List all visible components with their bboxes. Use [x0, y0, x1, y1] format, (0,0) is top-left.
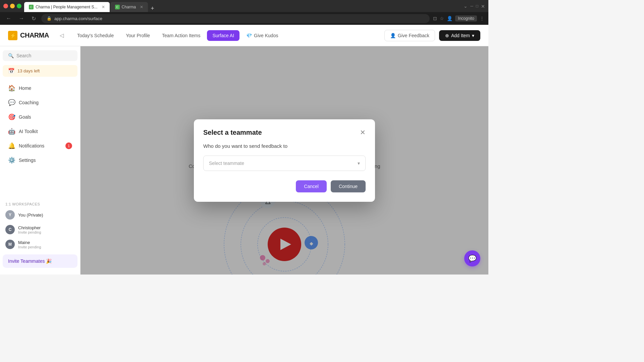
workspace-christopher[interactable]: C Christopher Invite pending [0, 222, 80, 237]
tab-label-2: Charma [122, 5, 136, 9]
tab-label: Charma | People Management S... [36, 5, 98, 9]
workspaces-section-title: 1:1 Workspaces [0, 198, 80, 207]
settings-label: Settings [19, 158, 36, 163]
main-content: 🔍 Search 📅 13 days left 🏠 Home 💬 Coachin… [0, 46, 488, 275]
ai-toolkit-icon: 🤖 [8, 128, 15, 135]
sidebar-item-coaching[interactable]: 💬 Coaching [3, 96, 77, 110]
christopher-status: Invite pending [18, 230, 41, 234]
modal-header: Select a teammate ✕ [203, 129, 366, 136]
settings-icon: ⚙️ [8, 157, 15, 164]
goals-icon: 🎯 [8, 113, 15, 121]
select-placeholder: Select teammate [209, 161, 244, 166]
cancel-btn[interactable]: Cancel [296, 180, 327, 192]
christopher-name: Christopher [18, 225, 41, 230]
feedback-icon: 👤 [390, 33, 396, 38]
add-item-label: Add Item [451, 33, 470, 38]
minimize-window-btn[interactable] [10, 4, 15, 8]
nav-your-profile[interactable]: Your Profile [120, 30, 155, 41]
notifications-icon: 🔔 [8, 142, 15, 149]
maximize-window-btn[interactable] [17, 4, 21, 8]
url-input[interactable]: 🔒 app.charma.com/surface [41, 14, 430, 23]
tab-close-btn-2[interactable]: ✕ [140, 5, 143, 9]
tab-close-btn[interactable]: ✕ [102, 5, 105, 9]
modal-overlay: Select a teammate ✕ Who do you want to s… [80, 46, 488, 275]
cast-icon: ⊡ [433, 16, 437, 21]
active-tab[interactable]: C Charma | People Management S... ✕ [24, 2, 110, 12]
chat-icon: 💬 [468, 254, 477, 262]
select-teammate-modal: Select a teammate ✕ Who do you want to s… [194, 119, 375, 202]
nav-surface-ai[interactable]: Surface AI [207, 30, 239, 41]
tab-list: C Charma | People Management S... ✕ C Ch… [24, 0, 156, 12]
sidebar: 🔍 Search 📅 13 days left 🏠 Home 💬 Coachin… [0, 46, 80, 275]
refresh-btn[interactable]: ↻ [30, 15, 38, 22]
sidebar-item-ai-toolkit[interactable]: 🤖 AI Toolkit [3, 124, 77, 138]
tab-favicon-2: C [115, 5, 120, 9]
coaching-icon: 💬 [8, 99, 15, 106]
modal-close-btn[interactable]: ✕ [360, 129, 366, 136]
you-name: You (Private) [18, 213, 43, 218]
window-controls [3, 4, 21, 8]
close-btn[interactable]: ✕ [481, 4, 485, 8]
tab-expand-icon: ⌄ [464, 3, 468, 9]
maine-status: Invite pending [18, 245, 41, 249]
sidebar-item-goals[interactable]: 🎯 Goals [3, 110, 77, 124]
sidebar-item-notifications[interactable]: 🔔 Notifications 1 [3, 139, 77, 153]
workspace-you[interactable]: Y You (Private) [0, 207, 80, 222]
nav-links: Today's Schedule Your Profile Team Actio… [72, 30, 384, 41]
close-window-btn[interactable] [3, 4, 8, 8]
sidebar-nav: 🏠 Home 💬 Coaching 🎯 Goals 🤖 AI Toolkit 🔔 [0, 78, 80, 198]
minimize-btn[interactable]: ─ [470, 4, 473, 8]
new-tab-btn[interactable]: + [149, 5, 156, 12]
nav-actions: 👤 Give Feedback ⊕ Add Item ▾ [384, 30, 480, 41]
search-bar[interactable]: 🔍 Search [3, 50, 77, 61]
nav-team-action-items[interactable]: Team Action Items [157, 30, 206, 41]
continue-btn[interactable]: Continue [331, 180, 366, 192]
give-feedback-btn[interactable]: 👤 Give Feedback [384, 30, 435, 41]
tab-favicon: C [29, 5, 34, 9]
christopher-avatar: C [5, 225, 15, 234]
lock-icon: 🔒 [47, 16, 52, 21]
modal-title: Select a teammate [203, 129, 262, 136]
inactive-tab[interactable]: C Charma ✕ [110, 2, 148, 12]
home-label: Home [19, 85, 31, 91]
logo-icon: ⚡ [8, 31, 17, 40]
logo: ⚡ CHARMA [8, 31, 49, 40]
give-kudos-label: Give Kudos [254, 33, 278, 38]
you-avatar: Y [5, 210, 15, 220]
back-btn[interactable]: ← [4, 15, 13, 22]
maine-avatar: M [5, 240, 15, 249]
trial-badge[interactable]: 📅 13 days left [3, 65, 77, 77]
teammate-select-dropdown[interactable]: Select teammate ▾ [203, 156, 366, 171]
notifications-label: Notifications [19, 143, 44, 148]
url-text: app.charma.com/surface [54, 16, 102, 21]
invite-teammates-btn[interactable]: Invite Teammates 🎉 [3, 254, 77, 268]
ai-toolkit-label: AI Toolkit [19, 129, 38, 134]
you-workspace-info: You (Private) [18, 213, 43, 218]
forward-btn[interactable]: → [17, 15, 26, 22]
search-icon: 🔍 [8, 53, 14, 58]
sidebar-item-settings[interactable]: ⚙️ Settings [3, 153, 77, 167]
maine-name: Maine [18, 240, 41, 245]
chat-button[interactable]: 💬 [464, 250, 480, 266]
nav-todays-schedule[interactable]: Today's Schedule [72, 30, 119, 41]
workspace-maine[interactable]: M Maine Invite pending [0, 237, 80, 252]
modal-description: Who do you want to send feedback to [203, 143, 366, 149]
restore-btn[interactable]: □ [476, 4, 478, 8]
logo-text: CHARMA [20, 32, 49, 39]
address-bar: ← → ↻ 🔒 app.charma.com/surface ⊡ ☆ 👤 Inc… [0, 12, 488, 25]
logo-icon-symbol: ⚡ [10, 33, 16, 38]
give-kudos-btn[interactable]: 💎 Give Kudos [241, 30, 283, 41]
top-nav: ⚡ CHARMA ◁ Today's Schedule Your Profile… [0, 25, 488, 46]
sidebar-item-home[interactable]: 🏠 Home [3, 81, 77, 95]
browser-tab-bar: C Charma | People Management S... ✕ C Ch… [0, 0, 488, 12]
modal-actions: Cancel Continue [203, 180, 366, 192]
add-item-btn[interactable]: ⊕ Add Item ▾ [439, 30, 480, 41]
sidebar-collapse-btn[interactable]: ◁ [60, 32, 64, 39]
add-icon: ⊕ [445, 33, 449, 38]
add-item-chevron: ▾ [472, 33, 474, 38]
trial-text: 13 days left [17, 68, 40, 73]
give-feedback-label: Give Feedback [398, 33, 429, 38]
goals-label: Goals [19, 114, 31, 120]
maine-workspace-info: Maine Invite pending [18, 240, 41, 249]
notification-badge: 1 [65, 142, 72, 149]
